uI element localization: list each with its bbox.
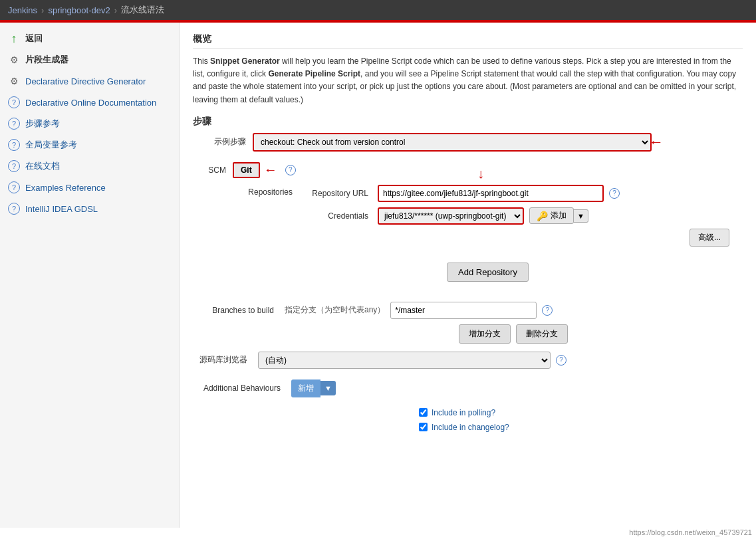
advanced-button[interactable]: 高级... [690,229,729,247]
sample-step-row: 示例步骤 checkout: Check out from version co… [193,133,743,152]
sidebar-item-step-ref[interactable]: ? 步骤参考 [0,113,179,134]
sidebar-item-examples[interactable]: ? Examples Reference [0,177,179,198]
add-new-dropdown[interactable]: ▼ [320,381,336,395]
steps-section: 步骤 示例步骤 checkout: Check out from version… [193,116,743,152]
sidebar-directive-label: Declarative Directive Generator [25,76,146,86]
repositories-label: Repositories [233,185,299,197]
scm-row: SCM Git ← Git ? [193,162,743,178]
branch-input[interactable]: */master [390,302,537,319]
question-icon-3: ? [8,139,20,151]
credentials-label: Credentials [299,211,372,221]
source-browser-help-icon[interactable]: ? [556,355,567,366]
add-repository-wrap: Add Repository [233,263,743,291]
additional-behaviours-row: Additional Behaviours 新增 ▼ [193,379,743,397]
repositories-label-row: Repositories Repository URL ↓ ? [233,185,743,256]
sidebar-snippet-label: 片段生成器 [25,54,68,66]
sidebar: ↑ 返回 ⚙ 片段生成器 ⚙ Declarative Directive Gen… [0,23,180,528]
sidebar-step-ref-label: 步骤参考 [25,118,60,130]
git-button[interactable]: Git [233,162,260,178]
scm-help-icon[interactable]: ? [285,165,296,175]
question-icon-4: ? [8,160,20,172]
breadcrumb-jenkins[interactable]: Jenkins [8,5,37,15]
include-polling-checkbox[interactable] [419,408,428,417]
checkboxes-section: Include in polling? Include in changelog… [419,408,743,432]
additional-label: Additional Behaviours [193,383,286,393]
add-credentials-label: 添加 [551,210,567,221]
sidebar-online-doc-label: Declarative Online Documentation [25,98,156,108]
add-new-button[interactable]: 新增 [291,379,320,397]
credentials-select[interactable]: jiefu813/****** (uwp-springboot-git) [378,207,524,225]
add-btn-group: 🔑 添加 ▼ [529,207,588,224]
breadcrumb-sep2: › [114,5,117,15]
include-changelog-label[interactable]: Include in changelog? [432,423,509,432]
sidebar-global-var-label: 全局变量参考 [25,139,77,151]
key-icon: 🔑 [537,211,548,221]
branches-section: Branches to build 指定分支（为空时代表any） */maste… [193,302,743,344]
repo-url-help-icon[interactable]: ? [609,188,620,199]
question-icon-5: ? [8,181,20,193]
desc-bold2: Generate Pipeline Script [268,69,360,78]
sidebar-item-global-var[interactable]: ? 全局变量参考 [0,134,179,156]
repositories-content: Repository URL ↓ ? Credentials jiefu813/… [299,185,743,256]
gear-icon-2: ⚙ [8,75,20,87]
back-icon: ↑ [8,33,20,45]
sidebar-back-label: 返回 [25,33,43,45]
credentials-row: Credentials jiefu813/****** (uwp-springb… [299,207,743,225]
sidebar-item-directive[interactable]: ⚙ Declarative Directive Generator [0,70,179,92]
branches-label: Branches to build [193,306,279,315]
top-nav: Jenkins › springboot-dev2 › 流水线语法 [0,0,756,20]
repo-url-input[interactable] [378,185,604,202]
branches-help-icon[interactable]: ? [542,305,553,316]
breadcrumb-project[interactable]: springboot-dev2 [48,5,110,15]
gear-icon-1: ⚙ [8,54,20,66]
question-icon-6: ? [8,203,20,215]
sidebar-item-online[interactable]: ? 在线文档 [0,156,179,177]
sidebar-intellij-label: IntelliJ IDEA GDSL [25,204,98,214]
repo-url-row: Repository URL ↓ ? [299,185,743,202]
breadcrumb-sep1: › [41,5,44,15]
branches-row: Branches to build 指定分支（为空时代表any） */maste… [193,302,743,319]
step-arrow-annotation: ← [649,134,664,151]
include-changelog-checkbox[interactable] [419,423,428,431]
add-credentials-dropdown[interactable]: ▼ [574,209,588,223]
source-browser-label: 源码库浏览器 [193,354,253,366]
url-arrow-annotation: ↓ [477,166,484,181]
breadcrumb-current: 流水线语法 [121,4,164,16]
source-browser-select[interactable]: (自动) [258,352,551,369]
main-layout: ↑ 返回 ⚙ 片段生成器 ⚙ Declarative Directive Gen… [0,23,756,528]
repo-url-label: Repository URL [299,189,372,198]
add-repository-button[interactable]: Add Repository [447,263,529,282]
scm-label: SCM [193,162,226,175]
accent-bar [0,20,756,23]
steps-title: 步骤 [193,116,743,128]
sidebar-item-online-doc[interactable]: ? Declarative Online Documentation [0,92,179,113]
remove-branch-button[interactable]: 删除分支 [516,324,568,344]
sample-step-control: checkout: Check out from version control… [253,133,743,152]
branch-btn-row: 增加分支 删除分支 [459,324,743,344]
sidebar-item-intellij[interactable]: ? IntelliJ IDEA GDSL [0,198,179,219]
add-credentials-button[interactable]: 🔑 添加 [529,207,574,224]
advanced-btn-wrap: 高级... [299,229,743,252]
question-icon-1: ? [8,96,20,108]
sidebar-online-label: 在线文档 [25,160,60,172]
add-branch-button[interactable]: 增加分支 [459,324,511,344]
sidebar-item-back[interactable]: ↑ 返回 [0,28,179,49]
repositories-block: Repositories Repository URL ↓ ? [233,185,743,256]
description-text: This Snippet Generator will help you lea… [193,55,743,106]
include-changelog-row: Include in changelog? [419,423,743,432]
sidebar-examples-label: Examples Reference [25,183,106,193]
sample-step-select[interactable]: checkout: Check out from version control [253,133,652,152]
question-icon-2: ? [8,118,20,130]
scm-control-wrap: Git ← Git ? [233,162,296,178]
source-browser-row: 源码库浏览器 (自动) ? [193,352,743,369]
repo-url-wrap: ↓ [378,185,604,202]
sidebar-item-snippet[interactable]: ⚙ 片段生成器 [0,49,179,70]
sample-step-label: 示例步骤 [193,133,246,148]
include-polling-row: Include in polling? [419,408,743,417]
branches-sublabel: 指定分支（为空时代表any） [285,304,385,316]
add-new-group: 新增 ▼ [291,379,336,397]
overview-title: 概览 [193,33,743,49]
include-polling-label[interactable]: Include in polling? [432,408,495,417]
scm-arrow-annotation: ← [264,162,277,177]
desc-bold1: Snippet Generator [210,56,280,66]
